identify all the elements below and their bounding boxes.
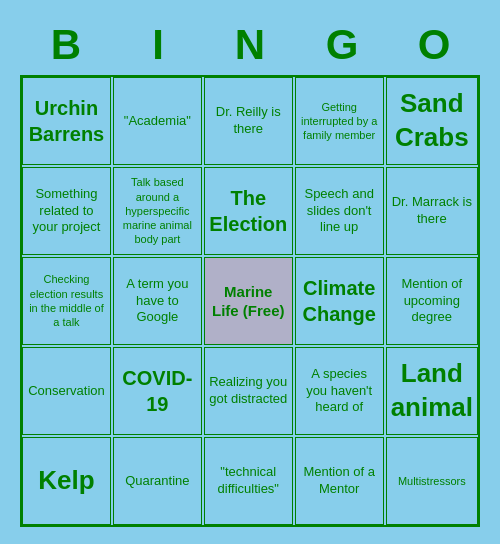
bingo-card: BINGO Urchin Barrens"Academia"Dr. Reilly… — [10, 7, 490, 537]
bingo-header: BINGO — [20, 17, 480, 73]
bingo-cell-4[interactable]: Sand Crabs — [386, 77, 478, 165]
bingo-cell-6[interactable]: Talk based around a hyperspecific marine… — [113, 167, 202, 255]
bingo-cell-16[interactable]: COVID-19 — [113, 347, 202, 435]
bingo-cell-20[interactable]: Kelp — [22, 437, 111, 525]
bingo-cell-23[interactable]: Mention of a Mentor — [295, 437, 384, 525]
bingo-cell-19[interactable]: Land animal — [386, 347, 478, 435]
bingo-cell-1[interactable]: "Academia" — [113, 77, 202, 165]
bingo-cell-15[interactable]: Conservation — [22, 347, 111, 435]
bingo-cell-17[interactable]: Realizing you got distracted — [204, 347, 293, 435]
bingo-cell-9[interactable]: Dr. Marrack is there — [386, 167, 478, 255]
bingo-letter-g: G — [296, 17, 388, 73]
bingo-cell-7[interactable]: The Election — [204, 167, 293, 255]
bingo-cell-21[interactable]: Quarantine — [113, 437, 202, 525]
bingo-cell-18[interactable]: A species you haven't heard of — [295, 347, 384, 435]
bingo-cell-14[interactable]: Mention of upcoming degree — [386, 257, 478, 345]
bingo-letter-b: B — [20, 17, 112, 73]
bingo-cell-2[interactable]: Dr. Reilly is there — [204, 77, 293, 165]
bingo-cell-22[interactable]: "technical difficulties" — [204, 437, 293, 525]
bingo-cell-12[interactable]: Marine Life (Free) — [204, 257, 293, 345]
bingo-cell-24[interactable]: Multistressors — [386, 437, 478, 525]
bingo-cell-10[interactable]: Checking election results in the middle … — [22, 257, 111, 345]
bingo-cell-0[interactable]: Urchin Barrens — [22, 77, 111, 165]
bingo-cell-5[interactable]: Something related to your project — [22, 167, 111, 255]
bingo-cell-13[interactable]: Climate Change — [295, 257, 384, 345]
bingo-cell-3[interactable]: Getting interrupted by a family member — [295, 77, 384, 165]
bingo-letter-n: N — [204, 17, 296, 73]
bingo-letter-i: I — [112, 17, 204, 73]
bingo-cell-8[interactable]: Speech and slides don't line up — [295, 167, 384, 255]
bingo-letter-o: O — [388, 17, 480, 73]
bingo-grid: Urchin Barrens"Academia"Dr. Reilly is th… — [20, 75, 480, 527]
bingo-cell-11[interactable]: A term you have to Google — [113, 257, 202, 345]
